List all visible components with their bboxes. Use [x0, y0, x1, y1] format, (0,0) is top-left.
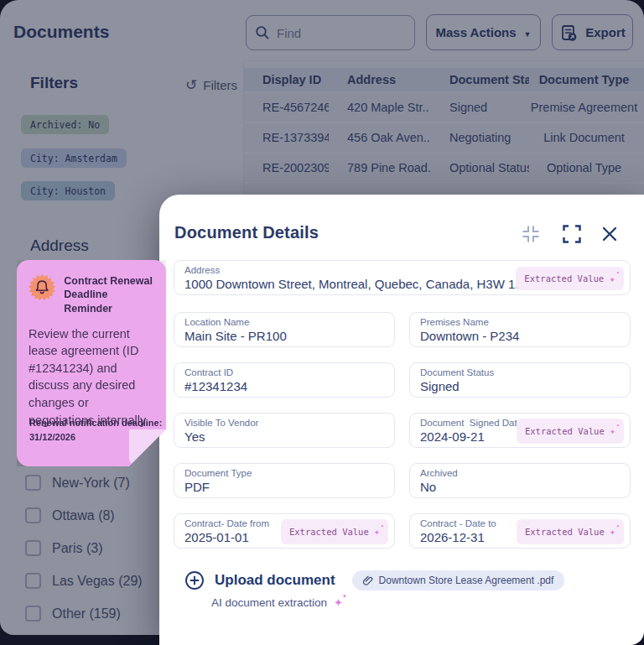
field-value: Main Site - PR100 — [184, 329, 384, 343]
upload-document-button[interactable]: Upload document — [215, 572, 335, 589]
field-value: Signed — [420, 379, 620, 393]
field-contract-id[interactable]: Contract ID #12341234 — [174, 362, 395, 398]
sparkle-icon — [334, 596, 343, 609]
extracted-value-badge: Extracted Value — [281, 519, 388, 544]
field-document-status[interactable]: Document Status Signed — [409, 362, 631, 398]
field-value: No — [420, 480, 620, 494]
field-value: Downtown - P234 — [420, 329, 620, 343]
field-contract-date-to[interactable]: Contract - Date to 2026-12-31 Extracted … — [409, 513, 631, 549]
field-document-signed-date[interactable]: Document Signed Date 2024-09-21 Extracte… — [409, 413, 631, 448]
field-label: Premises Name — [420, 317, 620, 327]
extracted-value-badge: Extracted Value — [516, 267, 624, 290]
field-contract-date-from[interactable]: Contract- Date from 2025-01-01 Extracted… — [174, 513, 395, 549]
field-label: Visible To Vendor — [184, 418, 384, 428]
extracted-value-badge: Extracted Value — [517, 519, 624, 544]
reminder-title: Contract Renewal Deadline Reminder — [64, 273, 154, 315]
field-value: Yes — [184, 429, 384, 444]
sparkle-icon — [610, 526, 615, 538]
field-premises-name[interactable]: Premises Name Downtown - P234 — [409, 312, 631, 347]
reminder-deadline-label: Renewal notification deadline: — [29, 416, 162, 430]
close-icon[interactable] — [600, 225, 619, 243]
sparkle-icon — [374, 526, 380, 538]
badge-label: Extracted Value — [289, 527, 369, 537]
field-document-type[interactable]: Document Type PDF — [174, 463, 395, 498]
contract-renewal-reminder-card[interactable]: Contract Renewal Deadline Reminder Revie… — [17, 260, 166, 466]
file-name: Downtown Store Lease Agreement .pdf — [379, 575, 554, 586]
field-label: Contract ID — [184, 367, 384, 377]
ai-extraction-label: AI document extraction — [211, 596, 327, 609]
field-value: PDF — [184, 480, 384, 494]
reminder-deadline: Renewal notification deadline: 31/12/202… — [29, 416, 162, 445]
document-details-modal: Document Details Address 1000 Downtown S… — [159, 195, 644, 645]
reminder-body: Review the current lease agreement (ID #… — [29, 325, 156, 429]
field-location-name[interactable]: Location Name Main Site - PR100 — [174, 312, 395, 347]
badge-label: Extracted Value — [525, 527, 605, 537]
field-label: Document Type — [184, 468, 384, 478]
badge-label: Extracted Value — [525, 426, 605, 436]
field-label: Document Status — [420, 367, 620, 377]
field-value: #12341234 — [184, 379, 384, 393]
uploaded-file-chip[interactable]: Downtown Store Lease Agreement .pdf — [352, 570, 565, 590]
expand-icon[interactable] — [563, 225, 581, 243]
bell-badge-icon — [29, 273, 55, 301]
field-label: Location Name — [184, 317, 384, 327]
sparkle-icon — [609, 273, 615, 285]
plus-circle-icon[interactable] — [184, 570, 205, 590]
field-visible-to-vendor[interactable]: Visible To Vendor Yes — [174, 413, 395, 448]
paperclip-icon — [363, 575, 373, 585]
reminder-deadline-value: 31/12/2026 — [29, 430, 162, 445]
modal-title: Document Details — [174, 223, 319, 242]
badge-label: Extracted Value — [524, 273, 604, 283]
extracted-value-badge: Extracted Value — [517, 419, 624, 444]
field-archived[interactable]: Archived No — [409, 463, 631, 498]
screen: Documents Mass Actions Export Filters — [0, 0, 644, 645]
sparkle-icon — [610, 425, 615, 437]
collapse-icon[interactable] — [522, 225, 540, 243]
field-address[interactable]: Address 1000 Downtown Street, Montreal, … — [174, 260, 631, 295]
field-label: Archived — [420, 468, 620, 478]
